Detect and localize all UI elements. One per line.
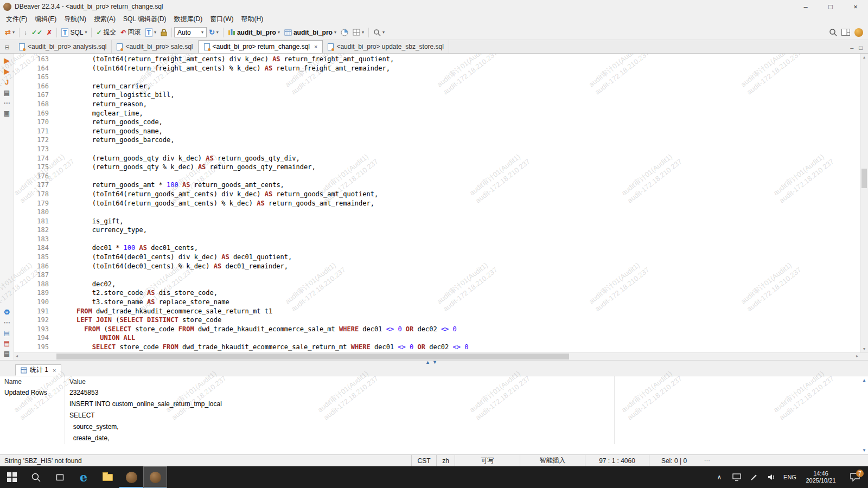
stats-row-2[interactable]: SELECT (0, 410, 868, 421)
language-indicator[interactable]: ENG (780, 466, 800, 488)
new-connection-button[interactable]: ⇄ ▾ (3, 27, 17, 37)
editor-tab-3[interactable]: <audit_bi_pro> update_sbz_store.sql (323, 40, 449, 53)
commit-all-button[interactable]: ✓✓ (29, 28, 44, 37)
editor-tab-2[interactable]: <audit_bi_pro> return_change.sql× (199, 40, 323, 53)
menu-item-7[interactable]: 帮助(H) (238, 14, 267, 25)
line-number: 181 (14, 217, 49, 226)
pen-tray-button[interactable] (745, 466, 763, 488)
scroll-down-icon[interactable]: ▾ (860, 346, 868, 351)
run-script-icon[interactable]: ▶ (4, 57, 10, 64)
vertical-scrollbar[interactable]: ▴ ▾ (860, 54, 868, 352)
transaction-mode-button[interactable]: T ▾ (143, 27, 158, 38)
line-number: 164 (14, 64, 49, 73)
splitter-down-icon[interactable]: ▼ (432, 359, 437, 365)
scroll-right-icon[interactable]: ▸ (856, 354, 858, 358)
column-header-value[interactable]: Value (65, 376, 615, 387)
stats-tab[interactable]: 统计 1 × (15, 364, 61, 376)
maximize-window-button[interactable]: □ (818, 0, 843, 13)
layout-panels-icon (841, 29, 850, 36)
sql-editor[interactable]: 1631641651661671681691701711721731741751… (14, 54, 868, 360)
editor-tab-0[interactable]: <audit_bi_pro> analysis.sql (14, 40, 112, 53)
result-grid-button[interactable]: ▾ (350, 28, 366, 37)
commit-button[interactable]: ✓ 提交 (94, 27, 118, 38)
panel-splitter[interactable]: ▲ ▼ (0, 360, 868, 364)
clipboard-icon[interactable]: ▤ (4, 89, 10, 96)
editor-area: ▶ ▶ J ▤ ⋯ ▣ ⚙ ⋯ ▤ ▤ ▤ 163164165166167168… (0, 54, 868, 360)
menu-item-2[interactable]: 导航(N) (60, 14, 90, 25)
minimize-window-button[interactable]: – (793, 0, 818, 13)
taskbar-clock[interactable]: 14:46 2025/10/21 (800, 470, 842, 484)
close-window-button[interactable]: × (843, 0, 868, 13)
horizontal-scrollbar[interactable]: ◂ ▸ (14, 352, 868, 360)
notification-center-button[interactable]: 7 (842, 466, 868, 488)
tab-label: <audit_bi_pro> analysis.sql (28, 43, 106, 50)
volume-tray-button[interactable] (763, 466, 780, 488)
schema-selector[interactable]: audit_bi_pro ▾ (282, 28, 339, 37)
more-dots-icon[interactable]: ⋯ (4, 100, 10, 106)
stats-table-body: Updated Rows23245853INSERT INTO custom_o… (0, 387, 868, 444)
column-header-name[interactable]: Name (0, 376, 65, 387)
settings-gear-icon[interactable]: ⚙ (4, 309, 10, 316)
panel-scroll-up-icon[interactable]: ▲ (862, 378, 866, 383)
double-check-icon: ✓✓ (31, 29, 42, 36)
document-blue-icon[interactable]: ▤ (4, 330, 10, 336)
document-edit-icon[interactable]: ▤ (4, 350, 10, 357)
menu-item-0[interactable]: 文件(F) (2, 14, 31, 25)
v-scroll-thumb[interactable] (861, 169, 867, 188)
dbeaver-taskbar-button[interactable] (119, 466, 143, 488)
toolbar-search-button[interactable]: ▾ (371, 28, 387, 37)
stats-tab-close-icon[interactable]: × (53, 367, 56, 374)
quick-search-button[interactable] (827, 27, 839, 37)
menu-item-5[interactable]: 数据库(D) (170, 14, 207, 25)
menu-item-6[interactable]: 窗口(W) (206, 14, 237, 25)
tab-close-icon[interactable]: × (314, 43, 317, 50)
refresh-button[interactable]: ↻ ▾ (207, 27, 221, 37)
menu-item-1[interactable]: 编辑(E) (31, 14, 60, 25)
connection-selector[interactable]: audit_bi_pro ▾ (226, 28, 282, 37)
grip-dots-icon: ⋯ (699, 457, 716, 464)
autocommit-select[interactable]: Auto ▾ (174, 27, 207, 37)
file-explorer-button[interactable] (95, 466, 119, 488)
line-number: 163 (14, 55, 49, 64)
line-number: 195 (14, 343, 49, 352)
code-area[interactable]: (toInt64(return_freight_amt_cents) div k… (56, 55, 859, 352)
edge-browser-button[interactable]: e (72, 466, 95, 488)
hidden-icons-button[interactable]: ∧ (711, 466, 728, 488)
task-view-icon (55, 473, 65, 481)
stats-row-1[interactable]: INSERT INTO custom_online_sale_return_tm… (0, 399, 868, 410)
display-tray-button[interactable] (728, 466, 745, 488)
pro-badge-button[interactable] (852, 27, 865, 38)
start-button[interactable] (0, 466, 24, 488)
splitter-up-icon[interactable]: ▲ (425, 359, 430, 365)
run-selection-icon[interactable]: ▶ (4, 68, 10, 75)
more-dots-icon[interactable]: ⋯ (4, 319, 10, 326)
line-number: 182 (14, 226, 49, 235)
minimize-editor-icon[interactable]: – (850, 44, 853, 51)
restore-panel-icon[interactable]: ⊟ (0, 44, 14, 53)
lock-button[interactable] (158, 28, 169, 37)
scroll-left-icon[interactable]: ◂ (16, 354, 18, 358)
scroll-up-icon[interactable]: ▴ (860, 55, 868, 60)
segments-button[interactable] (339, 28, 350, 37)
h-scroll-thumb[interactable] (56, 354, 569, 359)
stats-row-3[interactable]: source_system, (0, 421, 868, 433)
document-red-icon[interactable]: ▤ (4, 340, 10, 346)
sql-file-icon (117, 43, 123, 50)
taskbar-search-button[interactable] (24, 466, 48, 488)
panel-scroll-down-icon[interactable]: ▼ (862, 448, 866, 453)
layout-button[interactable] (839, 28, 852, 37)
menu-item-3[interactable]: 搜索(A) (90, 14, 119, 25)
new-sql-editor-button[interactable]: T SQL ▾ (59, 27, 89, 38)
task-view-button[interactable] (48, 466, 72, 488)
stats-row-0[interactable]: Updated Rows23245853 (0, 387, 868, 399)
rollback-button[interactable]: ↶ 回滚 (119, 27, 143, 38)
job-icon[interactable]: J (5, 79, 9, 86)
editor-tab-1[interactable]: <audit_bi_pro> sale.sql (112, 40, 198, 53)
stats-row-4[interactable]: create_date, (0, 433, 868, 444)
dbeaver-taskbar-button-active[interactable] (143, 466, 167, 488)
maximize-editor-icon[interactable]: □ (859, 44, 863, 51)
fetch-button[interactable]: ↓ (22, 28, 29, 37)
rollback-all-button[interactable]: ✗ (44, 28, 54, 37)
menu-item-4[interactable]: SQL 编辑器(D) (119, 14, 170, 25)
console-icon[interactable]: ▣ (4, 110, 10, 117)
